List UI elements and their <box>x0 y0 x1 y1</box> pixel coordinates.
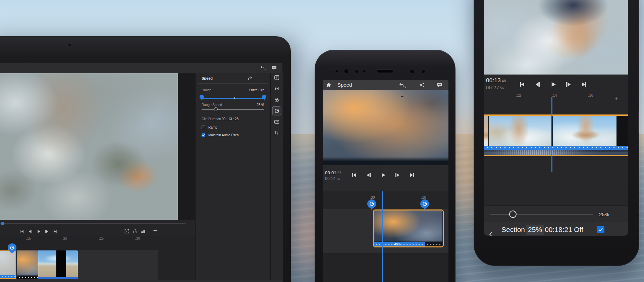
range-value: Entire Clip <box>249 88 264 92</box>
speed-effects-icon[interactable] <box>274 119 279 125</box>
timeline-clip[interactable] <box>38 250 78 279</box>
bird-silhouette <box>400 95 405 98</box>
export-icon[interactable] <box>133 229 138 234</box>
right-phone-device: 00:1348 00:2756 :12 :14 :16 <box>474 0 639 266</box>
step-back-icon[interactable] <box>534 81 541 88</box>
speed-gauge-icon-selected[interactable] <box>272 106 281 115</box>
control-clip-duration[interactable]: 00:18:21 Clip Duration <box>545 222 572 236</box>
center-phone-screen: Speed 00:0157 00:1405 <box>323 80 448 282</box>
scrubber-track[interactable] <box>0 223 186 224</box>
timecode-current-frames: 57 <box>337 171 341 175</box>
speed-controls-bar: Section Range 25% Range Speed 00:18:21 C… <box>484 222 628 236</box>
clip-audio-waveform <box>484 150 628 155</box>
playhead[interactable] <box>551 97 552 172</box>
timeline-clip-selected[interactable] <box>0 250 16 279</box>
skip-start-icon[interactable] <box>351 172 357 178</box>
scrubber-handle[interactable] <box>1 222 4 225</box>
back-chevron-icon[interactable] <box>488 231 494 236</box>
ramp-checkbox[interactable] <box>202 126 205 129</box>
skip-start-icon[interactable] <box>519 81 525 88</box>
ruler-tick-label: :14 <box>549 93 560 97</box>
phone-timeline-ruler[interactable]: :00 :10 <box>323 191 448 209</box>
tablet-timeline[interactable] <box>0 242 195 282</box>
timecode-total: 00:2756 <box>486 85 504 91</box>
ruler-tick-label: :00 <box>367 195 378 199</box>
skip-end-icon[interactable] <box>409 172 415 178</box>
ruler-tick-label: :12 <box>513 93 524 97</box>
home-icon[interactable] <box>326 82 331 88</box>
tablet-tool-rail <box>270 73 283 282</box>
play-icon[interactable] <box>380 172 386 178</box>
tablet-timeline-ruler[interactable]: :15 :20 :25 :30 <box>0 236 195 242</box>
control-maintain-pitch[interactable]: Maintain Pitch <box>590 222 612 236</box>
phone-sensor <box>335 69 338 72</box>
range-slider-handle-start[interactable] <box>200 95 204 99</box>
phone-video-preview[interactable] <box>323 90 448 165</box>
control-range[interactable]: Section Range <box>501 222 525 236</box>
phone-speaker <box>377 69 393 73</box>
timecode-current-frames: 48 <box>502 79 506 83</box>
step-forward-icon[interactable] <box>395 172 400 178</box>
play-icon[interactable] <box>550 81 556 88</box>
play-icon[interactable] <box>37 229 41 234</box>
skip-start-icon[interactable] <box>20 229 24 234</box>
phone-timeline-clip-selected[interactable] <box>484 114 628 156</box>
clip-audio-bar <box>38 277 78 279</box>
tablet-scrubber-row <box>0 220 195 227</box>
timecode-total-value: 00:14 <box>325 176 336 181</box>
tablet-transport-row <box>0 227 195 236</box>
skip-end-icon[interactable] <box>581 81 587 88</box>
transition-icon[interactable] <box>274 86 279 91</box>
step-back-icon[interactable] <box>366 172 371 178</box>
tablet-preview-area <box>0 73 195 220</box>
timecode-current-value: 00:01 <box>325 170 336 175</box>
undo-icon[interactable] <box>260 65 265 70</box>
maintain-pitch-checkbox[interactable] <box>597 226 604 233</box>
speed-badge-gauge-icon[interactable] <box>367 199 376 208</box>
clip-speed-label: 40% <box>394 242 401 246</box>
speed-slider-handle[interactable] <box>214 107 218 111</box>
share-icon[interactable] <box>419 82 425 88</box>
speed-badge-gauge-icon[interactable] <box>8 243 16 252</box>
speed-slider-track[interactable] <box>490 214 593 215</box>
comment-icon[interactable] <box>437 82 442 88</box>
tablet-screen: :15 :20 :25 :30 <box>0 63 282 282</box>
color-wheel-icon[interactable] <box>274 97 279 102</box>
range-slider-track[interactable] <box>202 98 264 99</box>
title-icon[interactable] <box>274 75 279 80</box>
checkbox-check-icon <box>598 227 603 232</box>
add-icon[interactable] <box>614 97 619 101</box>
undo-dot <box>265 69 266 69</box>
checkbox-check-icon <box>202 134 205 137</box>
quality-icon[interactable] <box>141 229 146 234</box>
step-forward-icon[interactable] <box>566 81 572 88</box>
phone-timeline-clip-selected[interactable]: 40% <box>373 209 444 247</box>
range-slider-handle-end[interactable] <box>262 95 266 99</box>
step-forward-icon[interactable] <box>45 229 49 234</box>
playhead[interactable] <box>382 191 383 282</box>
control-ramp[interactable]: Off Ramp <box>569 222 589 236</box>
step-back-icon[interactable] <box>28 229 33 234</box>
fullscreen-icon[interactable] <box>124 229 129 234</box>
phone-sensor <box>363 70 366 73</box>
control-value: 00:18:21 <box>545 225 572 235</box>
skip-end-icon[interactable] <box>53 229 57 234</box>
range-speed-value: 25 % <box>257 103 264 107</box>
phone-video-preview[interactable] <box>484 0 628 75</box>
undo-icon[interactable] <box>399 82 404 88</box>
clip-letterbox-band <box>56 250 66 279</box>
maintain-pitch-checkbox[interactable] <box>202 133 205 137</box>
speed-badge-gauge-icon[interactable] <box>420 199 429 208</box>
speed-slider-track[interactable] <box>202 109 264 110</box>
menu-icon[interactable] <box>153 229 158 234</box>
tablet-video-preview[interactable] <box>0 73 178 220</box>
timeline-clip[interactable] <box>17 250 38 279</box>
phone-camera <box>344 69 348 73</box>
phone-sensor <box>422 69 425 73</box>
right-phone-screen: 00:1348 00:2756 :12 :14 :16 <box>484 0 628 236</box>
reset-icon[interactable] <box>248 76 253 81</box>
speed-slider-handle[interactable] <box>509 210 517 218</box>
control-range-speed[interactable]: 25% Range Speed <box>523 222 547 236</box>
crop-icon[interactable] <box>274 131 279 136</box>
comment-icon[interactable] <box>272 65 277 70</box>
